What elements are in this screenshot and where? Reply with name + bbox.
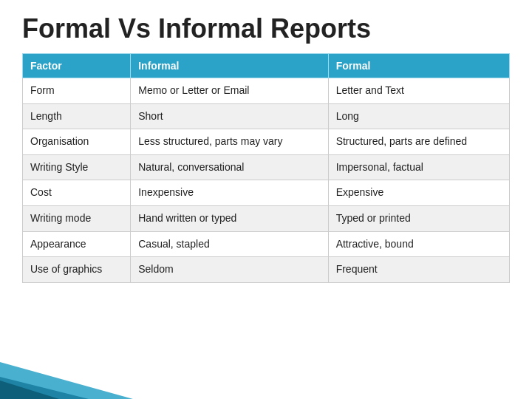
table-header: Factor Informal Formal bbox=[23, 54, 510, 78]
informal-cell: Seldom bbox=[131, 257, 328, 283]
table-row: FormMemo or Letter or EmailLetter and Te… bbox=[23, 78, 510, 104]
informal-cell: Hand written or typed bbox=[131, 205, 328, 231]
factor-cell: Organisation bbox=[23, 129, 131, 155]
table-row: OrganisationLess structured, parts may v… bbox=[23, 129, 510, 155]
factor-cell: Cost bbox=[23, 180, 131, 206]
page-title: Formal Vs Informal Reports bbox=[0, 0, 532, 53]
formal-cell: Attractive, bound bbox=[328, 231, 509, 257]
table-row: AppearanceCasual, stapledAttractive, bou… bbox=[23, 231, 510, 257]
formal-cell: Letter and Text bbox=[328, 78, 509, 104]
formal-cell: Impersonal, factual bbox=[328, 154, 509, 180]
formal-cell: Long bbox=[328, 103, 509, 129]
table-row: LengthShortLong bbox=[23, 103, 510, 129]
table-row: Writing StyleNatural, conversationalImpe… bbox=[23, 154, 510, 180]
col-formal: Formal bbox=[328, 54, 509, 78]
informal-cell: Natural, conversational bbox=[131, 154, 328, 180]
table-row: Use of graphicsSeldomFrequent bbox=[23, 257, 510, 283]
factor-cell: Appearance bbox=[23, 231, 131, 257]
header-row: Factor Informal Formal bbox=[23, 54, 510, 78]
informal-cell: Memo or Letter or Email bbox=[131, 78, 328, 104]
factor-cell: Form bbox=[23, 78, 131, 104]
factor-cell: Use of graphics bbox=[23, 257, 131, 283]
table-row: Writing modeHand written or typedTyped o… bbox=[23, 205, 510, 231]
col-factor: Factor bbox=[23, 54, 131, 78]
informal-cell: Casual, stapled bbox=[131, 231, 328, 257]
comparison-table: Factor Informal Formal FormMemo or Lette… bbox=[22, 53, 510, 283]
table-body: FormMemo or Letter or EmailLetter and Te… bbox=[23, 78, 510, 283]
formal-cell: Typed or printed bbox=[328, 205, 509, 231]
col-informal: Informal bbox=[131, 54, 328, 78]
formal-cell: Expensive bbox=[328, 180, 509, 206]
page-container: Formal Vs Informal Reports Factor Inform… bbox=[0, 0, 532, 399]
informal-cell: Short bbox=[131, 103, 328, 129]
table-wrapper: Factor Informal Formal FormMemo or Lette… bbox=[0, 53, 532, 283]
informal-cell: Less structured, parts may vary bbox=[131, 129, 328, 155]
formal-cell: Structured, parts are defined bbox=[328, 129, 509, 155]
factor-cell: Writing mode bbox=[23, 205, 131, 231]
bottom-decoration bbox=[0, 340, 532, 399]
informal-cell: Inexpensive bbox=[131, 180, 328, 206]
formal-cell: Frequent bbox=[328, 257, 509, 283]
table-row: CostInexpensiveExpensive bbox=[23, 180, 510, 206]
factor-cell: Length bbox=[23, 103, 131, 129]
factor-cell: Writing Style bbox=[23, 154, 131, 180]
